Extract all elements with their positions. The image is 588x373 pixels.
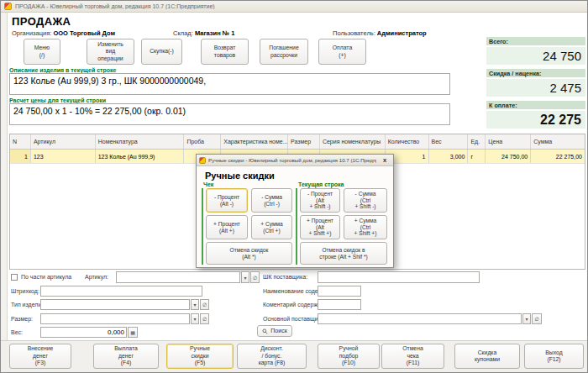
cell-nomenclature[interactable]: 123 Колье (Au 999,9) bbox=[96, 150, 185, 163]
cell-unit[interactable]: г bbox=[468, 150, 486, 163]
main-supplier-dropdown-icon[interactable]: ▾ bbox=[522, 313, 531, 324]
row-minus-percent-button[interactable]: - Процент (Alt + Shift -) bbox=[300, 188, 340, 213]
product-type-dropdown-icon[interactable]: ▾ bbox=[191, 299, 199, 310]
discount-label: Скидка / наценка: bbox=[486, 69, 585, 77]
col-unit[interactable]: Ед. bbox=[468, 134, 486, 149]
price-calc-field[interactable]: 24 750,00 x 1 - 10% = 22 275,00 (окр. 0.… bbox=[9, 103, 450, 125]
total-label: Всего: bbox=[486, 37, 585, 45]
col-weight[interactable]: Вес bbox=[429, 134, 469, 149]
check-plus-percent-button[interactable]: + Процент (Alt +) bbox=[206, 215, 248, 239]
supplier-barcode-label: ШК поставщика: bbox=[263, 274, 307, 280]
total-value: 24 750 bbox=[486, 47, 585, 65]
search-button[interactable]: Поиск bbox=[257, 325, 292, 337]
cell-sum[interactable]: 22 275,00 bbox=[531, 150, 585, 163]
cell-article[interactable]: 123 bbox=[31, 150, 96, 163]
row-plus-sum-button[interactable]: + Сумма (Ctrl + Shift +) bbox=[344, 215, 387, 239]
barcode-label: Штрихкод: bbox=[11, 288, 39, 294]
check-group-line bbox=[202, 188, 203, 265]
row-minus-sum-button[interactable]: - Сумма (Ctrl + Shift -) bbox=[344, 188, 387, 213]
1c-dialog-icon bbox=[199, 157, 206, 164]
row-cancel-discounts-button[interactable]: Отмена скидок в строке (Alt + Shif *) bbox=[300, 242, 387, 265]
calculator-icon[interactable]: ▦ bbox=[128, 327, 138, 338]
manual-pick-button[interactable]: Ручной подбор (F10) bbox=[318, 344, 380, 369]
check-cancel-discounts-button[interactable]: Отмена скидок (Alt *) bbox=[206, 242, 292, 265]
product-type-open-icon[interactable]: ∅ bbox=[200, 299, 209, 310]
weight-input[interactable] bbox=[40, 327, 127, 338]
check-group-label: Чек bbox=[203, 181, 213, 187]
col-price[interactable]: Цена bbox=[486, 134, 531, 149]
dialog-heading: Ручные скидки bbox=[205, 171, 275, 181]
comment-contains-input[interactable] bbox=[318, 299, 361, 310]
col-assay[interactable]: Проба bbox=[184, 134, 221, 149]
col-characteristic[interactable]: Характеристика номе... bbox=[221, 134, 288, 149]
manual-discounts-button[interactable]: Ручные скидки (F5) bbox=[166, 344, 234, 369]
by-article-label: По части артикула bbox=[21, 274, 71, 280]
article-dropdown-icon[interactable]: ▾ bbox=[241, 271, 249, 283]
article-input[interactable] bbox=[116, 271, 240, 283]
main-supplier-label: Основной поставщик: bbox=[263, 316, 323, 322]
close-icon[interactable]: x bbox=[379, 156, 391, 164]
cell-price[interactable]: 24 750,00 bbox=[486, 150, 531, 163]
weight-label: Вес: bbox=[11, 329, 23, 335]
col-n[interactable]: N bbox=[10, 134, 31, 149]
dialog-title: Ручные скидки - Ювелирный торговый дом, … bbox=[208, 157, 376, 163]
discount-card-button[interactable]: Дисконт. / бонус. карта (F8) bbox=[237, 344, 307, 369]
coupon-discount-button[interactable]: Скидка купонами bbox=[454, 344, 520, 369]
menu-button[interactable]: Меню (/) bbox=[24, 39, 60, 65]
cell-n[interactable]: 1 bbox=[10, 150, 31, 163]
article-label: Артикул: bbox=[85, 274, 108, 280]
payable-value: 22 275 bbox=[486, 111, 585, 129]
warehouse-value: Магазин № 1 bbox=[195, 29, 234, 37]
cash-in-button[interactable]: Внесение денег (F3) bbox=[9, 344, 71, 369]
discount-value: 2 475 bbox=[486, 79, 585, 97]
payment-button[interactable]: Оплата (+) bbox=[318, 39, 366, 65]
manual-discounts-dialog: Ручные скидки - Ювелирный торговый дом, … bbox=[196, 154, 394, 268]
col-article[interactable]: Артикул bbox=[31, 134, 96, 149]
change-operation-button[interactable]: Изменить вид операции bbox=[87, 39, 134, 65]
return-goods-button[interactable]: Возврат товаров bbox=[201, 39, 249, 65]
row-group-label: Текущая строка bbox=[298, 181, 344, 187]
cell-weight[interactable]: 3,000 bbox=[429, 150, 469, 163]
warehouse-label: Склад: bbox=[173, 29, 193, 37]
article-open-icon[interactable]: ∅ bbox=[250, 271, 260, 283]
1c-app-icon bbox=[4, 3, 12, 10]
buyback-button[interactable]: Скупка(-) bbox=[141, 39, 182, 65]
search-button-label: Поиск bbox=[270, 328, 286, 335]
window-title: ПРОДАЖА - Ювелирный торговый дом, редакц… bbox=[15, 3, 215, 9]
user-label: Пользователь: bbox=[333, 29, 375, 37]
cash-out-button[interactable]: Выплата денег (F4) bbox=[93, 344, 159, 369]
col-sum[interactable]: Сумма bbox=[531, 134, 585, 149]
cancel-receipt-button[interactable]: Отмена чека (F11) bbox=[381, 344, 444, 369]
supplier-barcode-input[interactable] bbox=[318, 271, 480, 283]
main-supplier-input[interactable] bbox=[318, 313, 522, 324]
check-minus-percent-button[interactable]: - Процент (Alt -) bbox=[206, 188, 248, 213]
check-plus-sum-button[interactable]: + Сумма (Ctrl +) bbox=[251, 215, 292, 239]
search-icon bbox=[262, 328, 268, 334]
size-input[interactable] bbox=[40, 313, 190, 324]
col-series[interactable]: Серия номенклатуры bbox=[320, 134, 386, 149]
description-field[interactable]: 123 Колье (Au 999,9) 3 гр., ШК 900000000… bbox=[9, 73, 450, 95]
barcode-input[interactable] bbox=[40, 286, 202, 297]
col-size[interactable]: Размер bbox=[288, 134, 320, 149]
size-open-icon[interactable]: ∅ bbox=[200, 313, 209, 324]
description-label: Описание изделия в текущей строке bbox=[9, 67, 116, 73]
col-nomenclature[interactable]: Номенклатура bbox=[96, 134, 185, 149]
row-group-line bbox=[296, 188, 297, 265]
size-dropdown-icon[interactable]: ▾ bbox=[191, 313, 199, 324]
left-panel-strip bbox=[1, 13, 8, 340]
row-plus-percent-button[interactable]: + Процент (Alt + Shift +) bbox=[300, 215, 340, 239]
check-minus-sum-button[interactable]: - Сумма (Ctrl -) bbox=[251, 188, 292, 213]
table-header: N Артикул Номенклатура Проба Характерист… bbox=[10, 134, 585, 150]
payable-label: К оплате: bbox=[486, 101, 585, 109]
installment-button[interactable]: Погашение рассрочки bbox=[260, 39, 308, 65]
main-supplier-open-icon[interactable]: ∅ bbox=[532, 313, 542, 324]
by-article-checkbox[interactable] bbox=[11, 274, 18, 281]
sale-window: ПРОДАЖА - Ювелирный торговый дом, редакц… bbox=[0, 0, 588, 373]
size-label: Размер: bbox=[11, 316, 33, 322]
product-type-input[interactable] bbox=[40, 299, 190, 310]
exit-button[interactable]: Выход (F12) bbox=[524, 344, 584, 369]
dialog-titlebar[interactable]: Ручные скидки - Ювелирный торговый дом, … bbox=[197, 155, 393, 166]
col-quantity[interactable]: Количество bbox=[386, 134, 429, 149]
name-contains-input[interactable] bbox=[318, 286, 361, 297]
comment-contains-label: Коментарий содержит: bbox=[263, 302, 325, 307]
